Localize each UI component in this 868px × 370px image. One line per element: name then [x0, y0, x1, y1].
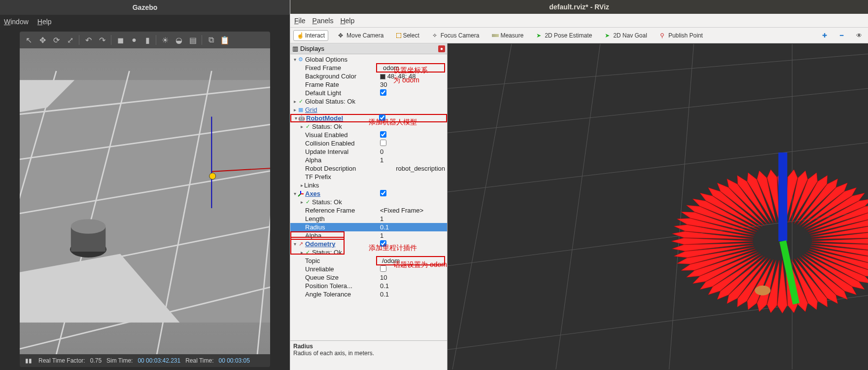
realtime-value: 00 00:03:05: [219, 357, 250, 364]
undo-icon[interactable]: ↶: [82, 34, 94, 46]
paste-icon[interactable]: 📋: [219, 34, 231, 46]
menu-file[interactable]: File: [294, 17, 306, 25]
postol-value[interactable]: 0.1: [376, 282, 445, 290]
close-icon[interactable]: ●: [438, 45, 445, 52]
rviz-3d-viewport[interactable]: [448, 43, 868, 370]
menu-help[interactable]: Help: [340, 17, 354, 25]
odometry-checkbox[interactable]: [380, 240, 386, 247]
expand-icon[interactable]: ▸: [299, 199, 304, 205]
framerate-label: Frame Rate: [305, 81, 339, 88]
topic-value[interactable]: /odom: [376, 256, 445, 265]
robot-status-item[interactable]: Status: Ok: [312, 123, 342, 130]
framerate-value[interactable]: 30: [376, 81, 445, 88]
displays-tree[interactable]: ▾⚙Global Options Fixed Frameodom Backgro…: [290, 54, 447, 340]
rviz-window: default.rviz* - RViz File Panels Help ☝I…: [290, 0, 868, 370]
menu-panels[interactable]: Panels: [312, 17, 334, 25]
global-status-item[interactable]: Global Status: Ok: [305, 98, 355, 105]
expand-icon[interactable]: ▸: [299, 250, 304, 255]
expand-icon[interactable]: ▾: [293, 115, 298, 121]
add-button[interactable]: ✚: [819, 31, 830, 40]
gazebo-menubar: Window Help: [0, 15, 290, 29]
publish-point-button[interactable]: ⚲Publish Point: [657, 31, 706, 40]
odom-status-item[interactable]: Status: Ok: [312, 249, 342, 256]
collision-enabled-checkbox[interactable]: [380, 140, 386, 146]
rviz-toolbar: ☝Interact ✥Move Camera Select ✧Focus Cam…: [290, 28, 868, 43]
redo-icon[interactable]: ↷: [96, 34, 108, 46]
menu-window[interactable]: Window: [4, 18, 29, 26]
eye-icon[interactable]: 👁: [853, 31, 865, 40]
expand-icon[interactable]: ▸: [299, 183, 304, 188]
light-spot-icon[interactable]: ◒: [173, 34, 185, 46]
focus-camera-button[interactable]: ✧Focus Camera: [429, 31, 483, 40]
svg-line-26: [452, 44, 512, 369]
select-button[interactable]: Select: [393, 31, 422, 40]
robotdesc-value[interactable]: robot_description: [392, 165, 445, 172]
rviz-title: default.rviz* - RViz: [290, 0, 868, 14]
refframe-value[interactable]: <Fixed Frame>: [376, 207, 445, 214]
move-camera-button[interactable]: ✥Move Camera: [335, 31, 386, 40]
global-options-item[interactable]: Global Options: [305, 56, 347, 63]
expand-icon[interactable]: ▾: [292, 191, 297, 196]
realtime-label: Real Time:: [185, 357, 213, 364]
scale-icon[interactable]: ⤢: [64, 34, 76, 46]
copy-icon[interactable]: ⧉: [205, 34, 217, 46]
menu-help[interactable]: Help: [37, 18, 52, 26]
axes-item[interactable]: Axes: [305, 190, 320, 197]
links-item[interactable]: Links: [304, 182, 319, 189]
odometry-item[interactable]: Odometry: [305, 240, 335, 248]
axes-status-item[interactable]: Status: Ok: [312, 198, 342, 206]
box-icon[interactable]: ◼: [114, 34, 126, 46]
description-panel: Radius Radius of each axis, in meters.: [290, 340, 447, 370]
length-value[interactable]: 1: [376, 215, 445, 222]
alpha-label: Alpha: [305, 156, 321, 164]
displays-header[interactable]: ▥ Displays ●: [290, 43, 447, 54]
check-icon: ✓: [304, 123, 311, 130]
alpha-value[interactable]: 1: [376, 156, 445, 164]
queue-value[interactable]: 10: [376, 274, 445, 281]
expand-icon[interactable]: ▸: [292, 107, 297, 112]
measure-button[interactable]: Measure: [489, 31, 526, 40]
radius-label: Radius: [305, 223, 325, 231]
robotmodel-item[interactable]: RobotModel: [306, 114, 343, 122]
radius-value[interactable]: 0.1: [376, 223, 445, 231]
robotmodel-checkbox[interactable]: [379, 114, 385, 121]
bgcolor-value[interactable]: 48; 48; 48: [376, 73, 445, 80]
remove-button[interactable]: ━: [837, 31, 846, 40]
angtol-label: Angle Tolerance: [305, 291, 351, 298]
expand-icon[interactable]: ▸: [299, 124, 304, 129]
select-icon: [396, 33, 401, 38]
visual-enabled-label: Visual Enabled: [305, 131, 348, 139]
expand-icon[interactable]: ▾: [292, 57, 297, 62]
fixed-frame-value[interactable]: odom: [376, 63, 445, 73]
arrow-green-icon: ➤: [536, 32, 543, 39]
update-interval-value[interactable]: 0: [376, 148, 445, 155]
rotate-icon[interactable]: ⟳: [50, 34, 62, 46]
axes-checkbox[interactable]: [380, 190, 386, 196]
svg-line-21: [448, 54, 868, 88]
gazebo-viewport[interactable]: [20, 48, 270, 354]
desc-title: Radius: [293, 343, 444, 350]
alpha2-value[interactable]: 1: [376, 232, 445, 239]
robotdesc-label: Robot Description: [305, 165, 356, 172]
expand-icon[interactable]: ▾: [292, 241, 297, 247]
grid-item[interactable]: Grid: [305, 106, 317, 113]
move-icon[interactable]: ✥: [36, 34, 48, 46]
interact-button[interactable]: ☝Interact: [293, 30, 328, 41]
cylinder-icon[interactable]: ▮: [142, 34, 153, 46]
unreliable-checkbox[interactable]: [380, 265, 386, 272]
sphere-icon[interactable]: ●: [128, 34, 140, 46]
light-point-icon[interactable]: ☀: [159, 34, 171, 46]
visual-enabled-checkbox[interactable]: [380, 131, 386, 138]
light-dir-icon[interactable]: ▤: [187, 34, 199, 46]
arrow-icon[interactable]: ↖: [23, 34, 35, 46]
expand-icon[interactable]: ▸: [292, 99, 297, 104]
rviz-scene-icon: [448, 43, 868, 370]
defaultlight-checkbox[interactable]: [380, 89, 386, 96]
panel-icon: ▥: [292, 45, 298, 52]
angtol-value[interactable]: 0.1: [376, 291, 445, 298]
pose-estimate-button[interactable]: ➤2D Pose Estimate: [533, 31, 595, 40]
svg-point-92: [755, 286, 770, 296]
nav-goal-button[interactable]: ➤2D Nav Goal: [602, 31, 650, 40]
svg-line-22: [448, 88, 868, 133]
pause-icon[interactable]: ▮▮: [24, 356, 34, 366]
